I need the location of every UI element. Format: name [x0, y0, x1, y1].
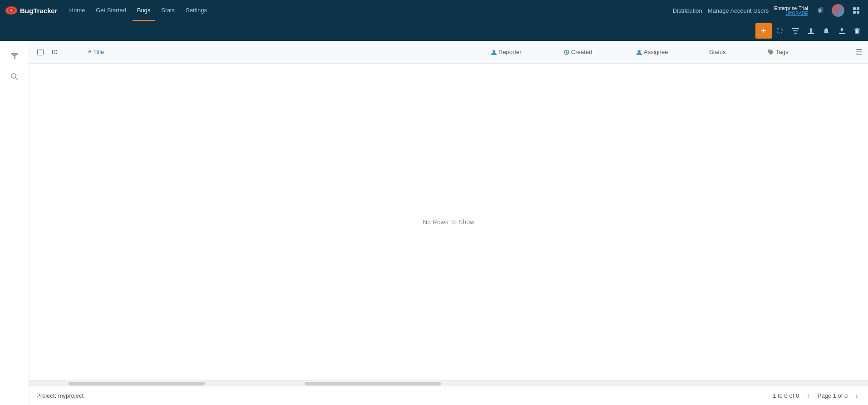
settings-icon-btn[interactable]: [814, 4, 826, 17]
upgrade-link[interactable]: UPGRADE: [786, 11, 808, 16]
svg-rect-4: [857, 7, 859, 10]
nav-stats[interactable]: Stats: [157, 0, 179, 21]
header-checkbox-cell: [29, 49, 52, 55]
svg-rect-5: [853, 11, 856, 14]
delete-button[interactable]: [850, 23, 864, 39]
svg-rect-15: [856, 30, 857, 33]
table-header: ID # Title Reporter Created: [29, 41, 868, 64]
table-body: No Rows To Show: [29, 64, 868, 380]
column-tags[interactable]: Tags: [768, 49, 850, 55]
column-title[interactable]: # Title: [88, 49, 491, 55]
scrollbar-thumb-right[interactable]: [305, 382, 441, 385]
nav-home[interactable]: Home: [65, 0, 90, 21]
sidebar: [0, 41, 29, 405]
svg-rect-12: [855, 29, 859, 34]
nav-bugs[interactable]: Bugs: [133, 0, 155, 21]
svg-point-2: [11, 10, 12, 11]
apps-icon-btn[interactable]: [850, 4, 863, 17]
main-content: ID # Title Reporter Created: [0, 41, 868, 405]
column-assignee[interactable]: Assignee: [636, 49, 709, 55]
pagination-page: Page 1 of 0: [818, 392, 848, 399]
import-button[interactable]: [804, 23, 818, 39]
svg-rect-7: [792, 28, 799, 29]
nav-right: Distribution Manage Account Users Enterp…: [673, 4, 863, 17]
pagination-prev-button[interactable]: ‹: [804, 391, 812, 400]
project-label: Project:: [36, 392, 56, 399]
column-created[interactable]: Created: [564, 49, 636, 55]
avatar[interactable]: [832, 4, 844, 17]
refresh-button[interactable]: [773, 23, 787, 39]
pagination-range: 1 to 0 of 0: [773, 392, 799, 399]
top-navigation: BugTracker Home Get Started Bugs Stats S…: [0, 0, 868, 21]
horizontal-scrollbar[interactable]: [29, 380, 868, 386]
logo-icon: [5, 6, 17, 15]
column-status[interactable]: Status: [709, 49, 768, 55]
search-button[interactable]: [6, 68, 23, 84]
app-name: BugTracker: [20, 7, 58, 15]
svg-rect-9: [794, 33, 797, 34]
svg-rect-8: [793, 30, 798, 31]
notification-button[interactable]: [819, 23, 833, 39]
export-button[interactable]: [834, 23, 849, 39]
created-icon: [564, 49, 569, 55]
column-reporter[interactable]: Reporter: [491, 49, 564, 55]
select-all-checkbox[interactable]: [37, 49, 44, 55]
filter-button[interactable]: [6, 48, 23, 64]
pagination-next-button[interactable]: ›: [853, 391, 861, 400]
table-footer: Project: myproject 1 to 0 of 0 ‹ Page 1 …: [29, 386, 868, 405]
nav-settings[interactable]: Settings: [181, 0, 212, 21]
footer-project: Project: myproject: [36, 392, 84, 399]
svg-rect-6: [857, 11, 859, 14]
enterprise-label: Enterprise-Trial: [774, 5, 808, 11]
nav-links: Home Get Started Bugs Stats Settings: [65, 0, 673, 21]
project-name: myproject: [58, 392, 84, 399]
reporter-icon: [491, 49, 497, 55]
tags-icon: [768, 49, 774, 55]
svg-rect-11: [839, 33, 845, 34]
empty-message: No Rows To Show: [423, 218, 474, 226]
filter-columns-button[interactable]: [788, 23, 803, 39]
svg-rect-13: [854, 29, 860, 30]
column-menu-button[interactable]: ☰: [850, 48, 868, 56]
svg-rect-3: [853, 7, 856, 10]
column-id[interactable]: ID: [52, 49, 88, 55]
hash-icon: #: [88, 49, 91, 55]
svg-rect-14: [856, 28, 858, 29]
svg-line-18: [15, 78, 17, 79]
svg-rect-16: [858, 30, 858, 33]
add-bug-button[interactable]: +: [755, 23, 772, 39]
svg-rect-10: [808, 33, 814, 34]
enterprise-badge: Enterprise-Trial UPGRADE: [774, 5, 808, 16]
nav-manage-users[interactable]: Manage Account Users: [708, 7, 769, 14]
app-logo[interactable]: BugTracker: [5, 6, 58, 15]
assignee-icon: [636, 49, 642, 55]
table-area: ID # Title Reporter Created: [29, 41, 868, 405]
pagination: 1 to 0 of 0 ‹ Page 1 of 0 ›: [773, 391, 861, 400]
toolbar: +: [0, 21, 868, 41]
nav-distribution[interactable]: Distribution: [673, 7, 702, 14]
scrollbar-thumb-left[interactable]: [69, 382, 205, 385]
svg-line-22: [567, 52, 568, 53]
nav-get-started[interactable]: Get Started: [91, 0, 130, 21]
